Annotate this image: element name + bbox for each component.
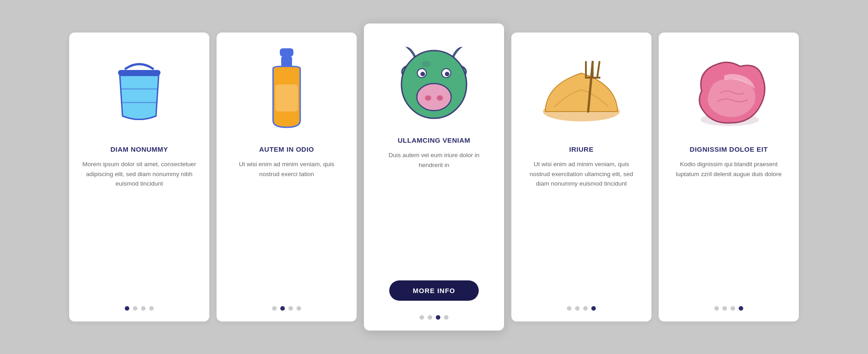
dot-1-2	[133, 306, 137, 311]
svg-point-14	[445, 72, 449, 76]
dot-3-4	[444, 315, 448, 320]
svg-rect-4	[281, 56, 292, 66]
cards-container: DIAM NONUMMY Morem ipsum dolor sit amet,…	[42, 5, 826, 349]
haystack-icon	[541, 53, 622, 130]
svg-rect-3	[280, 48, 293, 56]
dot-5-1	[714, 306, 719, 311]
card-1-body: Morem ipsum dolor sit amet, consectetuer…	[82, 159, 197, 295]
card-3-body: Duis autem vel eum iriure dolor in hendr…	[377, 150, 491, 272]
card-3-title: ULLAMCING VENIAM	[398, 136, 471, 144]
dot-1-3	[141, 306, 146, 311]
dot-5-4	[739, 306, 743, 311]
haystack-icon-area	[541, 46, 622, 136]
bucket-icon	[105, 53, 173, 130]
dot-4-4	[591, 306, 596, 311]
bucket-icon-area	[99, 46, 180, 136]
card-4: IRIURE Ut wisi enim ad minim veniam, qui…	[511, 33, 651, 321]
svg-point-15	[417, 84, 451, 111]
svg-rect-0	[118, 70, 160, 75]
bottle-icon-area	[246, 46, 327, 136]
dot-2-1	[272, 306, 277, 311]
card-2-dots	[272, 306, 301, 311]
dot-3-3	[436, 315, 440, 320]
dot-5-3	[731, 306, 735, 311]
cow-icon-area	[393, 37, 475, 127]
card-1: DIAM NONUMMY Morem ipsum dolor sit amet,…	[69, 33, 209, 321]
dot-3-2	[428, 315, 432, 320]
svg-point-13	[420, 72, 425, 76]
svg-rect-5	[275, 84, 298, 112]
card-5-body: Kodio dignissim qui blandit praesent lup…	[671, 159, 786, 295]
card-5-dots	[714, 306, 743, 311]
dot-1-4	[149, 306, 154, 311]
card-2: AUTEM IN ODIO Ut wisi enim ad minim veni…	[217, 33, 357, 321]
meat-icon	[688, 53, 769, 130]
card-3: ULLAMCING VENIAM Duis autem vel eum iriu…	[364, 23, 504, 331]
svg-line-23	[597, 62, 599, 78]
bottle-icon	[264, 48, 309, 134]
dot-5-2	[722, 306, 727, 311]
card-1-title: DIAM NONUMMY	[110, 145, 168, 153]
dot-3-1	[420, 315, 424, 320]
dot-4-2	[575, 306, 580, 311]
dot-4-1	[567, 306, 571, 311]
svg-point-18	[422, 61, 431, 67]
card-1-dots	[125, 306, 154, 311]
card-5-title: DIGNISSIM DOLOE EIT	[690, 145, 768, 153]
dot-2-3	[288, 306, 293, 311]
card-4-dots	[567, 306, 596, 311]
meat-icon-area	[688, 46, 769, 136]
card-2-title: AUTEM IN ODIO	[259, 145, 314, 153]
card-4-title: IRIURE	[569, 145, 594, 153]
card-4-body: Ut wisi enim ad minim veniam, quis nostr…	[524, 159, 639, 295]
card-2-body: Ut wisi enim ad minim veniam, quis nostr…	[229, 159, 344, 295]
dot-2-4	[297, 306, 301, 311]
svg-point-16	[425, 95, 431, 101]
dot-2-2	[280, 306, 285, 311]
dot-4-3	[583, 306, 588, 311]
cow-icon	[391, 39, 477, 125]
svg-point-17	[437, 95, 443, 101]
dot-1-1	[125, 306, 129, 311]
more-info-button[interactable]: MORE INFO	[389, 280, 479, 301]
card-3-dots	[420, 315, 448, 320]
card-5: DIGNISSIM DOLOE EIT Kodio dignissim qui …	[659, 33, 799, 321]
